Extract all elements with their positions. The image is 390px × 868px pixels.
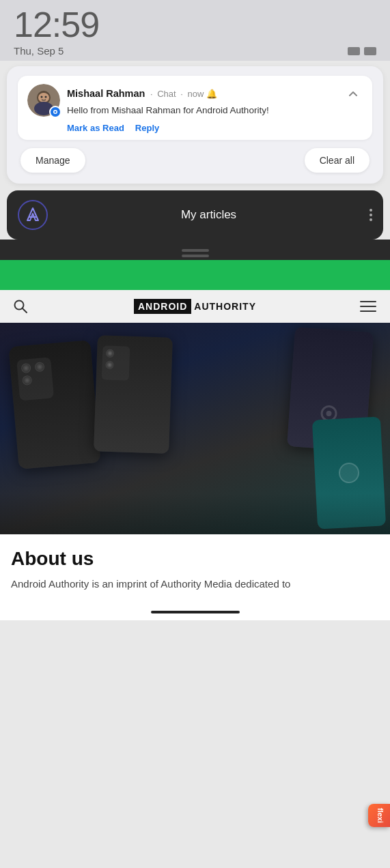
phone-decoration-1	[8, 340, 100, 469]
notif-message: Hello from Mishaal Rahman for Android Au…	[67, 104, 363, 117]
drag-indicator-2	[182, 255, 209, 257]
notification-card: Mishaal Rahman · Chat · now 🔔	[18, 76, 372, 140]
hamburger-line-1	[360, 301, 376, 302]
notif-source: Chat	[157, 89, 176, 99]
articles-logo-icon	[23, 205, 42, 225]
hero-gradient-overlay	[0, 493, 390, 534]
notif-time: now	[187, 89, 204, 99]
notif-content: Mishaal Rahman · Chat · now 🔔	[67, 84, 363, 133]
dot-1	[370, 209, 372, 212]
svg-line-12	[23, 308, 27, 313]
dot-3	[370, 218, 372, 221]
search-button[interactable]	[11, 297, 30, 316]
wifi-icon	[348, 47, 360, 55]
chat-app-icon	[52, 108, 59, 115]
notification-panel: Mishaal Rahman · Chat · now 🔔	[7, 66, 383, 184]
search-icon	[13, 299, 28, 314]
svg-marker-9	[27, 208, 38, 220]
hamburger-menu-button[interactable]	[360, 297, 379, 316]
notif-meta: · Chat · now 🔔	[148, 89, 217, 99]
aa-logo[interactable]: ANDROID AUTHORITY	[134, 299, 256, 314]
notif-header: Mishaal Rahman · Chat · now 🔔	[27, 84, 363, 133]
articles-icon-wrap	[18, 200, 48, 230]
reply-button[interactable]: Reply	[135, 123, 159, 133]
hero-image	[0, 323, 390, 534]
date-text: Thu, Sep 5	[14, 45, 64, 57]
logo-android-text: ANDROID	[134, 299, 191, 314]
status-bar: 12:59 Thu, Sep 5	[0, 0, 390, 61]
battery-icon	[364, 47, 376, 55]
svg-point-4	[45, 96, 47, 98]
bell-icon: 🔔	[206, 89, 217, 99]
drag-indicator-1	[182, 249, 209, 252]
dot-2	[370, 214, 372, 216]
logo-authority-text: AUTHORITY	[194, 301, 256, 312]
notif-actions: Mark as Read Reply	[67, 123, 363, 133]
website-section: ANDROID AUTHORITY	[0, 260, 390, 621]
more-options-button[interactable]	[370, 209, 372, 221]
content-area: About us Android Authority is an imprint…	[0, 534, 390, 606]
date-row: Thu, Sep 5	[14, 45, 376, 57]
status-icons	[348, 47, 376, 55]
flexi-badge[interactable]: flexi	[368, 804, 390, 827]
svg-point-3	[41, 96, 43, 98]
articles-title: My articles	[57, 208, 360, 222]
camera-lens-3	[35, 362, 45, 372]
camera-module	[16, 357, 54, 401]
hamburger-line-3	[360, 310, 376, 312]
avatar	[27, 84, 60, 117]
promo-bar	[0, 260, 390, 290]
camera-lens-2	[22, 375, 32, 386]
clear-all-button[interactable]: Clear all	[305, 148, 370, 173]
aa-header: ANDROID AUTHORITY	[0, 290, 390, 323]
collapse-button[interactable]	[344, 84, 363, 103]
about-text: Android Authority is an imprint of Autho…	[11, 577, 379, 592]
camera-lens-1	[21, 363, 31, 373]
home-bar	[151, 611, 240, 613]
svg-point-8	[55, 111, 57, 113]
phone-decoration-2	[94, 335, 173, 454]
about-title: About us	[11, 548, 379, 570]
svg-point-2	[38, 93, 49, 102]
notif-sender-name: Mishaal Rahman	[67, 88, 145, 99]
time-display: 12:59	[14, 7, 376, 42]
chevron-up-icon	[347, 87, 359, 100]
home-indicator	[0, 605, 390, 620]
my-articles-widget[interactable]: My articles	[7, 190, 383, 240]
mark-as-read-button[interactable]: Mark as Read	[67, 123, 124, 133]
manage-button[interactable]: Manage	[20, 148, 85, 173]
app-badge	[49, 106, 61, 118]
panel-buttons: Manage Clear all	[18, 148, 372, 173]
hamburger-line-2	[360, 306, 376, 307]
notif-title-row: Mishaal Rahman · Chat · now 🔔	[67, 84, 363, 103]
